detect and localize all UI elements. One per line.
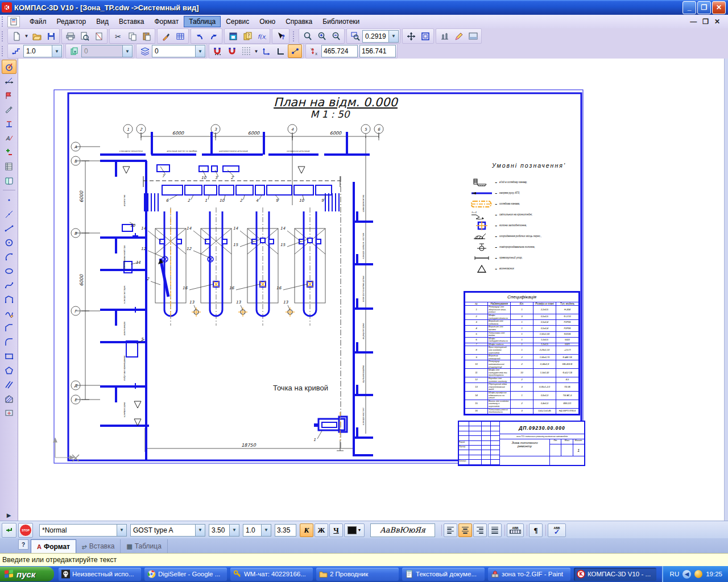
interrupt-button[interactable]: STOP xyxy=(18,523,33,538)
zoom-frame-icon[interactable] xyxy=(348,30,362,43)
rebuild-icon[interactable] xyxy=(437,30,452,43)
paragraph-style-combo[interactable]: *Normal ▼ xyxy=(39,524,127,537)
tab-вставка[interactable]: ⥂Вставка xyxy=(76,539,121,553)
geometry-icon[interactable] xyxy=(2,60,16,74)
paragraph-marks-button[interactable]: ¶ xyxy=(529,523,543,537)
chevron-down-icon[interactable]: ▼ xyxy=(23,30,30,43)
restore-button[interactable]: ❐ xyxy=(697,1,711,14)
chevron-down-icon[interactable]: ▼ xyxy=(388,31,398,42)
text-color-button[interactable]: ▼ xyxy=(344,523,365,537)
drawing-canvas[interactable]: План на відм. 0.000 М 1 : 50 123456АБВГД… xyxy=(18,59,725,521)
taskbar-task[interactable]: зона то-2.GIF - Paint xyxy=(488,568,570,581)
parallel-lines-tool-icon[interactable] xyxy=(2,377,16,392)
circle-tool-icon[interactable] xyxy=(2,235,16,250)
chevron-down-icon[interactable]: ▼ xyxy=(253,45,259,57)
tray-app-icon[interactable] xyxy=(694,570,702,578)
chevron-down-icon[interactable]: ▼ xyxy=(261,525,271,536)
selection-icon[interactable] xyxy=(2,145,16,159)
panel-layout-icon[interactable] xyxy=(466,30,480,43)
close-button[interactable]: ✕ xyxy=(712,1,726,14)
editing-icon[interactable] xyxy=(2,102,16,117)
font-height-combo[interactable]: 3.50 ▼ xyxy=(209,524,239,537)
mdi-close-button[interactable]: ✕ xyxy=(714,18,720,26)
step-icon[interactable] xyxy=(9,44,23,58)
menu-таблица[interactable]: Таблица xyxy=(184,16,221,27)
magnet-icon[interactable] xyxy=(225,44,239,58)
line-step-field[interactable]: 3.35 xyxy=(275,524,296,537)
language-indicator[interactable]: RU xyxy=(670,571,680,577)
fragment-tool-icon[interactable] xyxy=(2,406,16,420)
taskbar-task[interactable]: Текстовый докуме... xyxy=(402,568,485,581)
magnet-list-icon[interactable] xyxy=(210,44,225,58)
zoom-in-icon[interactable] xyxy=(315,30,329,43)
point-snap-icon[interactable] xyxy=(288,44,302,58)
minimize-button[interactable]: _ xyxy=(682,1,696,14)
menu-редактор[interactable]: Редактор xyxy=(52,16,92,27)
pan-icon[interactable] xyxy=(404,30,418,43)
specification-icon[interactable] xyxy=(2,159,16,173)
chevron-down-icon[interactable]: ▼ xyxy=(52,45,61,57)
point-tool-icon[interactable] xyxy=(2,193,16,207)
mdi-restore-button[interactable]: ❐ xyxy=(702,18,709,26)
ortho-icon[interactable] xyxy=(274,44,288,58)
dimensions-icon[interactable] xyxy=(2,74,16,88)
help-cursor-icon[interactable]: ? xyxy=(274,30,288,43)
ellipse-tool-icon[interactable] xyxy=(2,264,16,278)
y-coordinate-field[interactable]: 156.741 xyxy=(359,45,396,57)
spreadsheet-icon[interactable] xyxy=(173,30,187,43)
menu-окно[interactable]: Окно xyxy=(254,16,280,27)
menu-вставка[interactable]: Вставка xyxy=(114,16,150,27)
designations-icon[interactable] xyxy=(2,88,16,102)
chevron-down-icon[interactable]: ▼ xyxy=(117,525,126,536)
segment-tool-icon[interactable] xyxy=(2,221,16,235)
menu-файл[interactable]: Файл xyxy=(24,16,52,27)
create-object-button[interactable] xyxy=(2,523,16,538)
chamfer-tool-icon[interactable] xyxy=(2,321,16,335)
pencil-edit-icon[interactable] xyxy=(452,30,466,43)
menu-формат[interactable]: Формат xyxy=(150,16,184,27)
window-doc-icon[interactable] xyxy=(226,30,240,43)
page-setup-icon[interactable] xyxy=(92,30,106,43)
toolbar-grip[interactable] xyxy=(293,31,297,41)
polygon-tool-icon[interactable] xyxy=(2,363,16,377)
copies-icon[interactable] xyxy=(67,44,81,58)
align-left-button[interactable] xyxy=(444,523,457,537)
copy-icon[interactable] xyxy=(125,30,139,43)
preview-icon[interactable] xyxy=(77,30,92,43)
print-icon[interactable] xyxy=(63,30,77,43)
help-button[interactable]: ? xyxy=(18,539,28,550)
menu-сервис[interactable]: Сервис xyxy=(221,16,254,27)
step-combo[interactable]: 1.0 ▼ xyxy=(23,45,62,57)
format-brush-icon[interactable] xyxy=(159,30,173,43)
document-icon[interactable] xyxy=(7,16,20,27)
library-manager-icon[interactable]: ? xyxy=(240,30,254,43)
align-right-button[interactable] xyxy=(473,523,487,537)
redo-icon[interactable] xyxy=(206,30,221,43)
parametrization-icon[interactable] xyxy=(2,117,16,131)
menu-справка[interactable]: Справка xyxy=(280,16,317,27)
zoom-out-icon[interactable] xyxy=(329,30,343,43)
menu-вид[interactable]: Вид xyxy=(91,16,114,27)
start-button[interactable]: пуск xyxy=(0,567,54,581)
show-all-icon[interactable] xyxy=(418,30,432,43)
zoom-scale-combo[interactable]: 0.2919 ▼ xyxy=(362,30,399,43)
taskbar-task[interactable]: DigiSeller - Google ... xyxy=(144,568,227,581)
contour-tool-icon[interactable] xyxy=(2,292,16,306)
arc-tool-icon[interactable] xyxy=(2,250,16,264)
italic-button[interactable]: К xyxy=(300,523,313,537)
rectangle-tool-icon[interactable] xyxy=(2,349,16,363)
open-icon[interactable] xyxy=(30,30,44,43)
toolbar-grip[interactable] xyxy=(2,16,6,27)
chevron-down-icon[interactable]: ▼ xyxy=(195,525,205,536)
chevron-down-icon[interactable]: ▼ xyxy=(195,45,205,57)
x-coordinate-field[interactable]: 465.724 xyxy=(321,45,358,57)
layers-icon[interactable] xyxy=(138,44,152,58)
taskbar-task[interactable]: WM-чат: 40229166... xyxy=(230,568,313,581)
panel-expand-arrow[interactable]: ▶ xyxy=(7,512,11,518)
drawing-svg[interactable]: План на відм. 0.000 М 1 : 50 123456АБВГД… xyxy=(18,59,725,521)
bezier-tool-icon[interactable] xyxy=(2,278,16,292)
underline-button[interactable]: Ч xyxy=(329,523,343,537)
save-icon[interactable] xyxy=(44,30,58,43)
paste-icon[interactable] xyxy=(139,30,154,43)
toolbar-grip[interactable] xyxy=(2,31,6,41)
